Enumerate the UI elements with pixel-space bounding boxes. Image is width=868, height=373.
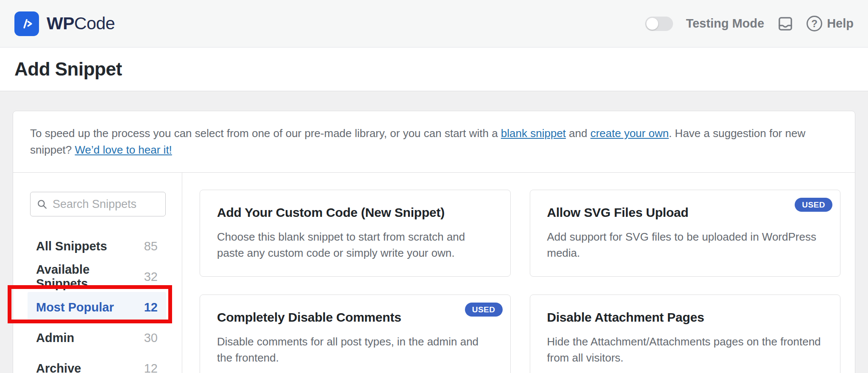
sidebar-item-available-snippets[interactable]: Available Snippets 32 [28,261,166,292]
category-count: 85 [144,239,158,253]
snippet-card-description: Disable comments for all post types, in … [217,334,493,366]
snippet-card-title: Disable Attachment Pages [547,310,823,325]
snippet-card-add-custom-code[interactable]: Add Your Custom Code (New Snippet) Choos… [200,190,511,277]
snippet-card-description: Hide the Attachment/Attachments pages on… [547,334,823,366]
intro-notice: To speed up the process you can select f… [13,111,855,173]
wpcode-logo-icon [14,11,39,36]
category-count: 32 [144,270,158,284]
category-list: All Snippets 85 Available Snippets 32 Mo… [28,231,166,373]
used-badge: USED [465,303,503,317]
question-icon: ? [807,16,822,31]
search-icon [36,199,47,210]
snippet-card-description: Add support for SVG files to be uploaded… [547,229,823,261]
create-your-own-link[interactable]: create your own [590,127,669,140]
brand-wp: WP [47,14,74,33]
suggestion-link[interactable]: We’d love to hear it! [75,143,172,156]
sidebar-item-all-snippets[interactable]: All Snippets 85 [28,231,166,261]
used-badge: USED [795,198,832,212]
category-label: Archive [36,362,81,373]
help-label: Help [827,17,854,31]
snippet-card-disable-attachment-pages[interactable]: Disable Attachment Pages Hide the Attach… [530,294,841,373]
category-label: Admin [36,331,74,345]
brand-code: Code [74,14,115,33]
blank-snippet-link[interactable]: blank snippet [501,127,566,140]
sidebar-item-archive[interactable]: Archive 12 [28,353,166,373]
top-bar: WPCode Testing Mode ? Help [0,0,868,48]
intro-text-2: and [566,127,590,140]
wpcode-logo[interactable]: WPCode [14,11,115,36]
search-input[interactable] [53,198,159,211]
category-label: All Snippets [36,239,107,253]
snippet-cards-grid: Add Your Custom Code (New Snippet) Choos… [182,173,855,373]
sidebar-item-admin[interactable]: Admin 30 [28,323,166,353]
inbox-icon[interactable] [777,15,794,32]
snippet-library-panel: To speed up the process you can select f… [13,111,855,373]
sidebar-item-most-popular[interactable]: Most Popular 12 [28,292,166,323]
content-area: To speed up the process you can select f… [0,91,868,373]
panel-body: All Snippets 85 Available Snippets 32 Mo… [13,173,855,373]
search-box [30,192,166,216]
category-sidebar: All Snippets 85 Available Snippets 32 Mo… [13,173,182,373]
testing-mode-toggle[interactable] [645,17,673,31]
category-count: 12 [144,300,158,314]
help-button[interactable]: ? Help [807,16,854,31]
snippet-card-disable-comments[interactable]: USED Completely Disable Comments Disable… [200,294,511,373]
wpcode-logo-text: WPCode [47,14,115,34]
snippet-card-title: Allow SVG Files Upload [547,205,823,220]
category-label: Most Popular [36,300,114,314]
category-label: Available Snippets [36,263,144,291]
testing-mode-label: Testing Mode [686,17,764,31]
snippet-card-allow-svg-upload[interactable]: USED Allow SVG Files Upload Add support … [530,190,841,277]
category-count: 12 [144,362,158,373]
intro-text-1: To speed up the process you can select f… [30,127,501,140]
toggle-knob [646,18,658,30]
top-bar-actions: Testing Mode ? Help [645,15,854,32]
snippet-card-title: Add Your Custom Code (New Snippet) [217,205,493,220]
snippet-card-description: Choose this blank snippet to start from … [217,229,493,261]
category-count: 30 [144,331,158,345]
snippet-card-title: Completely Disable Comments [217,310,493,325]
page-title: Add Snippet [14,59,122,80]
page-header: Add Snippet [0,48,868,91]
